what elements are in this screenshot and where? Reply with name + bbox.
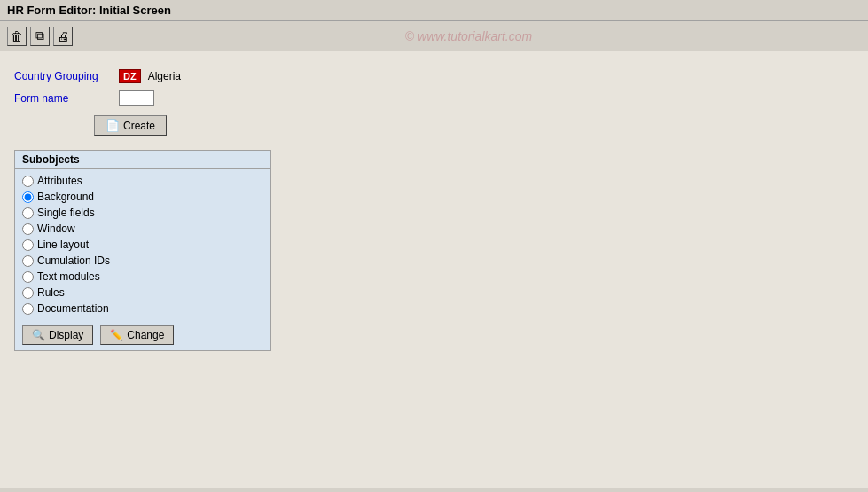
delete-button[interactable]: 🗑 [7,27,27,46]
subobject-radio-attributes[interactable] [22,176,34,187]
form-name-row: Form name [14,90,854,106]
subobject-label-window: Window [37,223,75,235]
subobjects-list: AttributesBackgroundSingle fieldsWindowL… [15,169,270,320]
subobject-radio-window[interactable] [22,223,34,235]
subobjects-item[interactable]: Text modules [22,270,263,283]
display-button-label: Display [49,329,83,341]
subobjects-title: Subobjects [15,151,270,169]
subobjects-item[interactable]: Line layout [22,238,263,251]
change-icon: ✏️ [110,329,123,341]
main-area: Country Grouping DZ Algeria Form name 📄 … [0,51,868,488]
display-icon: 🔍 [32,329,45,341]
change-button[interactable]: ✏️ Change [100,325,174,345]
subobjects-item[interactable]: Background [22,191,263,203]
subobjects-box: Subobjects AttributesBackgroundSingle fi… [14,150,271,351]
copy-button[interactable]: ⧉ [30,27,50,46]
subobjects-item[interactable]: Rules [22,286,263,299]
subobject-radio-line_layout[interactable] [22,239,34,251]
toolbar: 🗑 ⧉ 🖨 © www.tutorialkart.com [0,21,868,51]
subobject-radio-background[interactable] [22,191,34,203]
create-button[interactable]: 📄 Create [94,115,167,136]
create-button-label: Create [123,120,155,132]
subobject-radio-rules[interactable] [22,287,34,299]
subobject-label-text_modules: Text modules [37,270,100,283]
country-grouping-row: Country Grouping DZ Algeria [14,69,854,83]
subobject-label-rules: Rules [37,286,65,299]
create-icon: 📄 [106,119,120,132]
country-name: Algeria [148,70,181,82]
subobjects-item[interactable]: Single fields [22,207,263,219]
form-name-label: Form name [14,92,112,105]
display-button[interactable]: 🔍 Display [22,325,93,345]
create-button-row: 📄 Create [94,115,854,136]
page-title: HR Form Editor: Initial Screen [7,4,171,17]
subobjects-item[interactable]: Window [22,223,263,235]
subobjects-item[interactable]: Documentation [22,302,263,315]
country-code-badge: DZ [119,69,141,83]
watermark: © www.tutorialkart.com [76,29,861,43]
subobject-radio-cumulation_ids[interactable] [22,255,34,267]
subobject-radio-single_fields[interactable] [22,207,34,219]
subobject-label-documentation: Documentation [37,302,109,315]
subobject-label-single_fields: Single fields [37,207,95,219]
title-bar: HR Form Editor: Initial Screen [0,0,868,21]
subobject-label-background: Background [37,191,94,203]
country-grouping-label: Country Grouping [14,70,112,82]
subobject-radio-text_modules[interactable] [22,271,34,283]
subobject-label-line_layout: Line layout [37,238,89,251]
subobjects-item[interactable]: Cumulation IDs [22,254,263,267]
subobjects-item[interactable]: Attributes [22,175,263,187]
subobject-label-attributes: Attributes [37,175,82,187]
change-button-label: Change [127,329,164,341]
subobject-radio-documentation[interactable] [22,303,34,315]
subobject-label-cumulation_ids: Cumulation IDs [37,254,110,267]
save-button[interactable]: 🖨 [53,27,73,46]
subobjects-footer: 🔍 Display ✏️ Change [15,320,270,350]
form-name-input[interactable] [119,90,154,106]
